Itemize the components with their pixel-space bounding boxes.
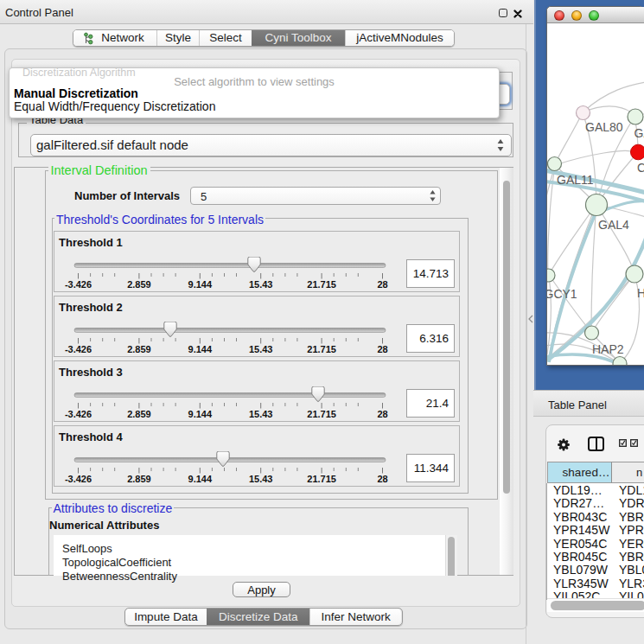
svg-text:28: 28	[377, 344, 387, 354]
svg-text:28: 28	[377, 279, 387, 290]
svg-text:15.43: 15.43	[249, 344, 273, 354]
svg-text:GA: GA	[634, 126, 644, 140]
svg-text:-3.426: -3.426	[65, 409, 92, 419]
svg-text:-3.426: -3.426	[65, 279, 92, 290]
svg-text:9.144: 9.144	[188, 279, 213, 290]
svg-text:GAL4: GAL4	[598, 218, 629, 232]
svg-text:28: 28	[377, 409, 387, 419]
svg-text:21.715: 21.715	[307, 409, 336, 419]
svg-text:21.715: 21.715	[307, 474, 336, 484]
svg-text:9.144: 9.144	[188, 474, 213, 484]
svg-text:2.859: 2.859	[127, 474, 151, 484]
svg-text:15.43: 15.43	[249, 409, 273, 419]
svg-text:GCY1: GCY1	[547, 287, 577, 301]
svg-text:2.859: 2.859	[127, 279, 151, 290]
svg-text:2.859: 2.859	[127, 344, 151, 354]
svg-text:GAL80: GAL80	[585, 120, 623, 134]
svg-text:28: 28	[377, 474, 387, 484]
svg-text:-3.426: -3.426	[65, 474, 92, 484]
svg-text:-3.426: -3.426	[65, 344, 92, 354]
svg-text:21.715: 21.715	[307, 344, 336, 354]
svg-text:2.859: 2.859	[127, 409, 151, 419]
svg-text:C: C	[637, 161, 644, 175]
svg-text:H: H	[637, 286, 644, 300]
svg-text:15.43: 15.43	[249, 279, 273, 290]
svg-text:15.43: 15.43	[249, 474, 273, 484]
svg-text:HAP2: HAP2	[592, 342, 624, 356]
svg-text:21.715: 21.715	[307, 279, 336, 290]
svg-text:9.144: 9.144	[188, 409, 213, 419]
svg-text:GAL11: GAL11	[557, 173, 594, 187]
svg-text:9.144: 9.144	[188, 344, 213, 354]
